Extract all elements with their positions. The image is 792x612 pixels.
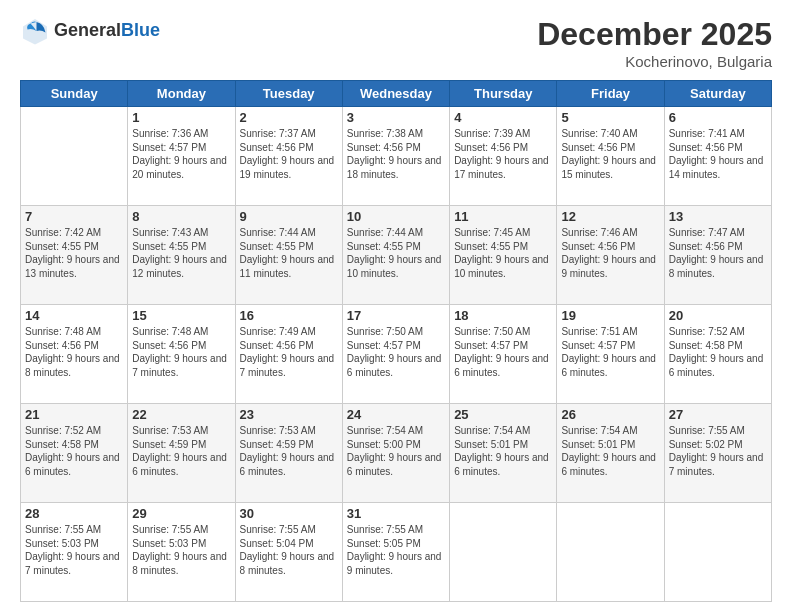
calendar-cell: 1Sunrise: 7:36 AMSunset: 4:57 PMDaylight… bbox=[128, 107, 235, 206]
header: GeneralBlue December 2025 Kocherinovo, B… bbox=[20, 16, 772, 70]
cell-info: Sunrise: 7:42 AMSunset: 4:55 PMDaylight:… bbox=[25, 226, 123, 280]
day-number: 21 bbox=[25, 407, 123, 422]
calendar-cell: 20Sunrise: 7:52 AMSunset: 4:58 PMDayligh… bbox=[664, 305, 771, 404]
calendar-header-row: SundayMondayTuesdayWednesdayThursdayFrid… bbox=[21, 81, 772, 107]
calendar-cell: 24Sunrise: 7:54 AMSunset: 5:00 PMDayligh… bbox=[342, 404, 449, 503]
cell-info: Sunrise: 7:40 AMSunset: 4:56 PMDaylight:… bbox=[561, 127, 659, 181]
day-number: 15 bbox=[132, 308, 230, 323]
day-header-tuesday: Tuesday bbox=[235, 81, 342, 107]
day-number: 29 bbox=[132, 506, 230, 521]
calendar-cell: 26Sunrise: 7:54 AMSunset: 5:01 PMDayligh… bbox=[557, 404, 664, 503]
day-number: 12 bbox=[561, 209, 659, 224]
logo: GeneralBlue bbox=[20, 16, 160, 46]
cell-info: Sunrise: 7:51 AMSunset: 4:57 PMDaylight:… bbox=[561, 325, 659, 379]
day-number: 19 bbox=[561, 308, 659, 323]
day-number: 8 bbox=[132, 209, 230, 224]
calendar-cell: 18Sunrise: 7:50 AMSunset: 4:57 PMDayligh… bbox=[450, 305, 557, 404]
calendar-cell: 12Sunrise: 7:46 AMSunset: 4:56 PMDayligh… bbox=[557, 206, 664, 305]
calendar-cell bbox=[21, 107, 128, 206]
cell-info: Sunrise: 7:44 AMSunset: 4:55 PMDaylight:… bbox=[240, 226, 338, 280]
week-row-4: 28Sunrise: 7:55 AMSunset: 5:03 PMDayligh… bbox=[21, 503, 772, 602]
cell-info: Sunrise: 7:46 AMSunset: 4:56 PMDaylight:… bbox=[561, 226, 659, 280]
cell-info: Sunrise: 7:55 AMSunset: 5:04 PMDaylight:… bbox=[240, 523, 338, 577]
day-number: 17 bbox=[347, 308, 445, 323]
title-block: December 2025 Kocherinovo, Bulgaria bbox=[537, 16, 772, 70]
calendar-cell bbox=[450, 503, 557, 602]
calendar-cell: 14Sunrise: 7:48 AMSunset: 4:56 PMDayligh… bbox=[21, 305, 128, 404]
cell-info: Sunrise: 7:54 AMSunset: 5:00 PMDaylight:… bbox=[347, 424, 445, 478]
cell-info: Sunrise: 7:48 AMSunset: 4:56 PMDaylight:… bbox=[132, 325, 230, 379]
page: GeneralBlue December 2025 Kocherinovo, B… bbox=[0, 0, 792, 612]
cell-info: Sunrise: 7:48 AMSunset: 4:56 PMDaylight:… bbox=[25, 325, 123, 379]
day-header-monday: Monday bbox=[128, 81, 235, 107]
calendar-cell: 19Sunrise: 7:51 AMSunset: 4:57 PMDayligh… bbox=[557, 305, 664, 404]
logo-text: GeneralBlue bbox=[54, 21, 160, 41]
cell-info: Sunrise: 7:36 AMSunset: 4:57 PMDaylight:… bbox=[132, 127, 230, 181]
cell-info: Sunrise: 7:49 AMSunset: 4:56 PMDaylight:… bbox=[240, 325, 338, 379]
calendar-cell: 30Sunrise: 7:55 AMSunset: 5:04 PMDayligh… bbox=[235, 503, 342, 602]
day-number: 6 bbox=[669, 110, 767, 125]
cell-info: Sunrise: 7:54 AMSunset: 5:01 PMDaylight:… bbox=[561, 424, 659, 478]
logo-icon bbox=[20, 16, 50, 46]
day-number: 31 bbox=[347, 506, 445, 521]
cell-info: Sunrise: 7:55 AMSunset: 5:03 PMDaylight:… bbox=[25, 523, 123, 577]
day-number: 25 bbox=[454, 407, 552, 422]
calendar-cell: 28Sunrise: 7:55 AMSunset: 5:03 PMDayligh… bbox=[21, 503, 128, 602]
cell-info: Sunrise: 7:41 AMSunset: 4:56 PMDaylight:… bbox=[669, 127, 767, 181]
calendar-cell: 22Sunrise: 7:53 AMSunset: 4:59 PMDayligh… bbox=[128, 404, 235, 503]
logo-blue: Blue bbox=[121, 20, 160, 40]
cell-info: Sunrise: 7:55 AMSunset: 5:03 PMDaylight:… bbox=[132, 523, 230, 577]
calendar-cell: 5Sunrise: 7:40 AMSunset: 4:56 PMDaylight… bbox=[557, 107, 664, 206]
cell-info: Sunrise: 7:38 AMSunset: 4:56 PMDaylight:… bbox=[347, 127, 445, 181]
cell-info: Sunrise: 7:52 AMSunset: 4:58 PMDaylight:… bbox=[669, 325, 767, 379]
calendar-cell: 6Sunrise: 7:41 AMSunset: 4:56 PMDaylight… bbox=[664, 107, 771, 206]
calendar-cell: 11Sunrise: 7:45 AMSunset: 4:55 PMDayligh… bbox=[450, 206, 557, 305]
day-number: 28 bbox=[25, 506, 123, 521]
calendar-cell: 23Sunrise: 7:53 AMSunset: 4:59 PMDayligh… bbox=[235, 404, 342, 503]
day-number: 5 bbox=[561, 110, 659, 125]
cell-info: Sunrise: 7:43 AMSunset: 4:55 PMDaylight:… bbox=[132, 226, 230, 280]
calendar-cell: 9Sunrise: 7:44 AMSunset: 4:55 PMDaylight… bbox=[235, 206, 342, 305]
cell-info: Sunrise: 7:50 AMSunset: 4:57 PMDaylight:… bbox=[454, 325, 552, 379]
calendar-cell bbox=[557, 503, 664, 602]
cell-info: Sunrise: 7:39 AMSunset: 4:56 PMDaylight:… bbox=[454, 127, 552, 181]
calendar-cell: 21Sunrise: 7:52 AMSunset: 4:58 PMDayligh… bbox=[21, 404, 128, 503]
day-number: 9 bbox=[240, 209, 338, 224]
day-number: 26 bbox=[561, 407, 659, 422]
day-header-sunday: Sunday bbox=[21, 81, 128, 107]
day-number: 27 bbox=[669, 407, 767, 422]
day-header-saturday: Saturday bbox=[664, 81, 771, 107]
calendar-cell: 31Sunrise: 7:55 AMSunset: 5:05 PMDayligh… bbox=[342, 503, 449, 602]
day-number: 4 bbox=[454, 110, 552, 125]
cell-info: Sunrise: 7:50 AMSunset: 4:57 PMDaylight:… bbox=[347, 325, 445, 379]
calendar: SundayMondayTuesdayWednesdayThursdayFrid… bbox=[20, 80, 772, 602]
day-number: 14 bbox=[25, 308, 123, 323]
calendar-cell: 15Sunrise: 7:48 AMSunset: 4:56 PMDayligh… bbox=[128, 305, 235, 404]
cell-info: Sunrise: 7:54 AMSunset: 5:01 PMDaylight:… bbox=[454, 424, 552, 478]
calendar-cell: 8Sunrise: 7:43 AMSunset: 4:55 PMDaylight… bbox=[128, 206, 235, 305]
cell-info: Sunrise: 7:55 AMSunset: 5:05 PMDaylight:… bbox=[347, 523, 445, 577]
calendar-cell bbox=[664, 503, 771, 602]
day-number: 18 bbox=[454, 308, 552, 323]
day-number: 1 bbox=[132, 110, 230, 125]
calendar-cell: 27Sunrise: 7:55 AMSunset: 5:02 PMDayligh… bbox=[664, 404, 771, 503]
day-number: 11 bbox=[454, 209, 552, 224]
day-number: 22 bbox=[132, 407, 230, 422]
calendar-cell: 2Sunrise: 7:37 AMSunset: 4:56 PMDaylight… bbox=[235, 107, 342, 206]
day-header-wednesday: Wednesday bbox=[342, 81, 449, 107]
day-number: 3 bbox=[347, 110, 445, 125]
calendar-cell: 4Sunrise: 7:39 AMSunset: 4:56 PMDaylight… bbox=[450, 107, 557, 206]
cell-info: Sunrise: 7:53 AMSunset: 4:59 PMDaylight:… bbox=[132, 424, 230, 478]
week-row-2: 14Sunrise: 7:48 AMSunset: 4:56 PMDayligh… bbox=[21, 305, 772, 404]
location: Kocherinovo, Bulgaria bbox=[537, 53, 772, 70]
week-row-0: 1Sunrise: 7:36 AMSunset: 4:57 PMDaylight… bbox=[21, 107, 772, 206]
day-number: 24 bbox=[347, 407, 445, 422]
logo-general: General bbox=[54, 20, 121, 40]
cell-info: Sunrise: 7:47 AMSunset: 4:56 PMDaylight:… bbox=[669, 226, 767, 280]
cell-info: Sunrise: 7:53 AMSunset: 4:59 PMDaylight:… bbox=[240, 424, 338, 478]
calendar-cell: 10Sunrise: 7:44 AMSunset: 4:55 PMDayligh… bbox=[342, 206, 449, 305]
day-header-thursday: Thursday bbox=[450, 81, 557, 107]
day-number: 16 bbox=[240, 308, 338, 323]
day-number: 13 bbox=[669, 209, 767, 224]
day-number: 10 bbox=[347, 209, 445, 224]
